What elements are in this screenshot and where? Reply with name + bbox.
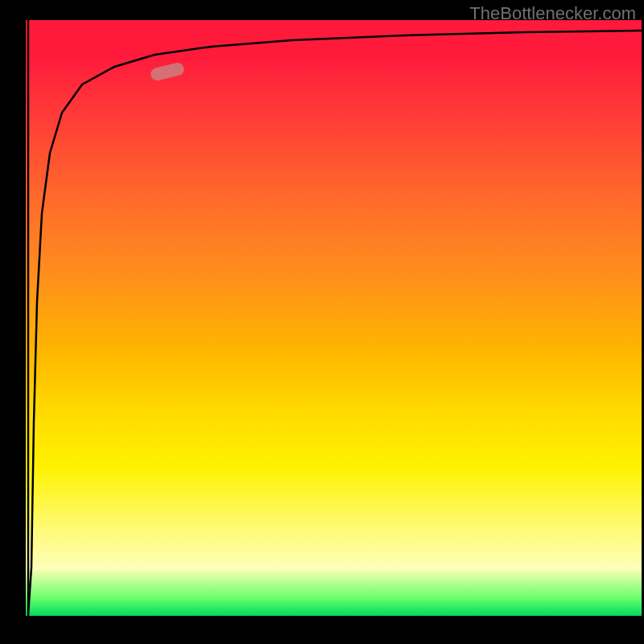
plot-area bbox=[26, 20, 642, 616]
marker-pill bbox=[150, 61, 186, 81]
chart-container: TheBottlenecker.com bbox=[0, 0, 644, 644]
bottleneck-curve bbox=[28, 20, 642, 616]
watermark-label: TheBottlenecker.com bbox=[469, 3, 636, 24]
curve-layer bbox=[26, 20, 642, 616]
